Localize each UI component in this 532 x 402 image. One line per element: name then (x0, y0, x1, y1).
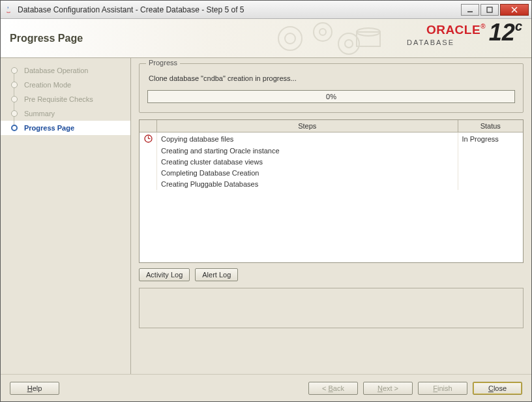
progress-bar: 0% (147, 90, 515, 103)
step-bullet-icon (11, 125, 18, 131)
step-bullet-icon (11, 110, 18, 117)
step-status (458, 179, 523, 190)
step-status (458, 146, 523, 157)
window-controls (461, 4, 529, 16)
progress-legend: Progress (146, 59, 180, 67)
step-label: Creating Pluggable Databases (157, 179, 458, 190)
col-status: Status (458, 120, 523, 132)
step-status (458, 157, 523, 168)
step-label: Creating cluster database views (157, 157, 458, 168)
svg-point-4 (278, 27, 302, 50)
table-row: Creating cluster database views (140, 157, 523, 168)
page-title: Progress Page (10, 33, 83, 44)
step-label: Creating and starting Oracle instance (157, 146, 458, 157)
row-status-icon (140, 146, 157, 157)
brand-reg: ® (480, 23, 486, 30)
row-status-icon (140, 179, 157, 190)
sidebar-step[interactable]: Summary (1, 106, 130, 121)
table-row: Creating Pluggable Databases (140, 179, 523, 190)
sidebar-step-label: Database Operation (24, 67, 88, 74)
progress-fieldset: Progress Clone database "cndba" creation… (139, 63, 524, 113)
sidebar-step-label: Progress Page (24, 124, 74, 132)
sidebar-step[interactable]: Database Operation (1, 63, 130, 78)
gear-decoration (258, 19, 388, 58)
step-bullet-icon (11, 96, 18, 102)
step-bullet-icon (11, 82, 18, 88)
col-steps: Steps (157, 120, 458, 132)
svg-point-5 (285, 33, 295, 44)
alert-log-button[interactable]: Alert Log (195, 268, 238, 281)
version-text: 12c (489, 19, 522, 46)
next-button: Next > (363, 382, 413, 395)
svg-point-7 (319, 29, 326, 35)
close-button[interactable]: Close (473, 382, 522, 395)
svg-point-6 (314, 23, 332, 41)
back-button: < Back (308, 382, 358, 395)
banner: Progress Page ORACLE® 12c DATABASE (1, 19, 531, 58)
product-name: DATABASE (407, 39, 454, 46)
sidebar-step[interactable]: Creation Mode (1, 78, 130, 92)
sidebar-step-label: Summary (24, 110, 55, 117)
sidebar-step[interactable]: Pre Requisite Checks (1, 92, 130, 106)
sidebar-step-label: Pre Requisite Checks (24, 95, 93, 103)
window-title: Database Configuration Assistant - Creat… (18, 5, 461, 14)
col-icon (140, 120, 157, 132)
main-panel: Progress Clone database "cndba" creation… (131, 58, 531, 374)
table-row: Creating and starting Oracle instance (140, 146, 523, 157)
row-status-icon (140, 168, 157, 179)
footer: Help < Back Next > Finish Close (1, 374, 531, 401)
step-bullet-icon (11, 67, 18, 74)
steps-table: Steps Status Copying database filesIn Pr… (139, 119, 524, 263)
sidebar-step: Progress Page (1, 121, 130, 135)
activity-log-button[interactable]: Activity Log (139, 268, 190, 281)
java-icon (3, 5, 14, 15)
help-button[interactable]: Help (10, 382, 59, 395)
details-box (139, 288, 524, 328)
log-buttons: Activity Log Alert Log (139, 268, 524, 281)
nav-buttons: < Back Next > Finish Close (308, 382, 522, 395)
row-status-icon (140, 132, 157, 146)
progress-percent: 0% (326, 93, 336, 100)
window-frame: Database Configuration Assistant - Creat… (0, 0, 532, 402)
row-status-icon (140, 157, 157, 168)
sidebar-step-label: Creation Mode (24, 81, 71, 89)
clock-icon (143, 134, 153, 143)
close-window-button[interactable] (500, 4, 529, 16)
titlebar: Database Configuration Assistant - Creat… (1, 1, 531, 19)
minimize-button[interactable] (461, 4, 479, 16)
sidebar: Database OperationCreation ModePre Requi… (1, 58, 131, 374)
progress-message: Clone database "cndba" creation in progr… (149, 74, 515, 82)
oracle-logo: ORACLE® 12c DATABASE (407, 23, 522, 46)
finish-button: Finish (418, 382, 467, 395)
svg-point-9 (345, 40, 353, 48)
content-area: Database OperationCreation ModePre Requi… (1, 58, 531, 374)
step-label: Completing Database Creation (157, 168, 458, 179)
step-status: In Progress (458, 132, 523, 146)
step-label: Copying database files (157, 132, 458, 146)
table-row: Completing Database Creation (140, 168, 523, 179)
table-row: Copying database filesIn Progress (140, 132, 523, 146)
maximize-button[interactable] (480, 4, 499, 16)
step-status (458, 168, 523, 179)
brand-name: ORACLE (426, 23, 480, 37)
svg-rect-1 (487, 7, 492, 12)
